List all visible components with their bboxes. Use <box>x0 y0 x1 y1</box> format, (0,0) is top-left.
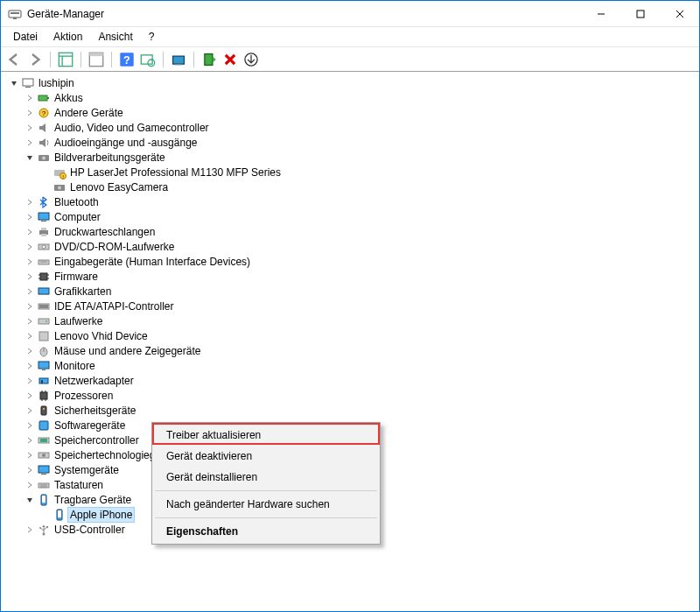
tree-label: HP LaserJet Professional M1130 MFP Serie… <box>70 165 281 179</box>
menu-help[interactable]: ? <box>142 29 162 45</box>
chevron-right-icon[interactable] <box>24 122 36 134</box>
menu-action[interactable]: Aktion <box>46 29 89 45</box>
camera-icon <box>37 151 51 165</box>
computer-icon <box>37 210 51 224</box>
chevron-right-icon[interactable] <box>24 404 36 417</box>
svg-rect-71 <box>40 439 47 442</box>
svg-rect-4 <box>637 11 644 18</box>
tree-category-cpu[interactable]: Prozessoren <box>6 388 694 403</box>
update-driver-button[interactable] <box>171 52 186 67</box>
svg-rect-58 <box>38 362 49 369</box>
tree-label: IDE ATA/ATAPI-Controller <box>54 299 173 313</box>
chevron-right-icon[interactable] <box>24 256 36 268</box>
chevron-right-icon[interactable] <box>24 345 36 357</box>
tree-category-network[interactable]: Netzwerkadapter <box>6 373 694 388</box>
tree-category-print-queues[interactable]: Druckwarteschlangen <box>6 224 694 239</box>
chevron-right-icon[interactable] <box>24 524 36 536</box>
scan-hardware-button[interactable] <box>140 52 156 67</box>
chevron-down-icon[interactable] <box>24 151 36 164</box>
chevron-right-icon[interactable] <box>24 285 36 298</box>
tree-root[interactable]: lushipin <box>6 75 694 90</box>
unknown-device-icon: ? <box>37 106 51 120</box>
chevron-blank <box>39 166 52 179</box>
chevron-right-icon[interactable] <box>24 241 36 253</box>
tree-category-security[interactable]: Sicherheitsgeräte <box>6 403 694 418</box>
chevron-right-icon[interactable] <box>24 464 36 476</box>
close-button[interactable] <box>660 1 699 26</box>
tree-category-ide[interactable]: IDE ATA/ATAPI-Controller <box>6 299 694 313</box>
tree-category-lenovo-vhid[interactable]: Lenovo Vhid Device <box>6 328 694 343</box>
tree-label: Audioeingänge und -ausgänge <box>54 136 197 150</box>
tree-category-imaging[interactable]: Bildverarbeitungsgeräte <box>6 150 694 165</box>
tree-category-drives[interactable]: Laufwerke <box>6 313 694 328</box>
tree-label: Grafikkarten <box>54 285 111 299</box>
tree-category-firmware[interactable]: Firmware <box>6 269 694 284</box>
svg-rect-82 <box>58 510 61 517</box>
chevron-right-icon[interactable] <box>24 137 36 149</box>
tree-label-selected: Apple iPhone <box>68 508 134 522</box>
chevron-right-icon[interactable] <box>24 107 36 119</box>
tree-category-bluetooth[interactable]: Bluetooth <box>6 194 694 209</box>
tree-category-other[interactable]: ? Andere Geräte <box>6 105 694 120</box>
chevron-right-icon[interactable] <box>24 390 36 402</box>
chevron-right-icon[interactable] <box>24 211 36 223</box>
portable-device-icon <box>37 493 51 507</box>
tree-label: Bildverarbeitungsgeräte <box>54 151 165 165</box>
svg-rect-22 <box>23 79 33 86</box>
chevron-right-icon[interactable] <box>24 360 36 372</box>
chevron-right-icon[interactable] <box>24 434 36 447</box>
chevron-right-icon[interactable] <box>24 196 36 208</box>
chevron-down-icon[interactable] <box>8 77 20 89</box>
svg-rect-59 <box>42 369 46 370</box>
chevron-right-icon[interactable] <box>24 330 36 342</box>
generic-device-icon <box>37 329 51 343</box>
maximize-button[interactable] <box>620 1 660 26</box>
chevron-right-icon[interactable] <box>24 271 36 283</box>
chevron-right-icon[interactable] <box>24 479 36 491</box>
context-separator <box>155 517 377 518</box>
svg-rect-80 <box>42 496 46 503</box>
svg-rect-52 <box>39 305 48 308</box>
chevron-right-icon[interactable] <box>24 315 36 327</box>
tree-category-audio-video[interactable]: Audio, Video und Gamecontroller <box>6 120 694 135</box>
properties-button[interactable] <box>88 52 104 67</box>
chevron-right-icon[interactable] <box>24 375 36 387</box>
chevron-right-icon[interactable] <box>24 300 36 313</box>
battery-icon <box>37 91 51 105</box>
help-button[interactable]: ? <box>119 52 135 67</box>
enable-device-button[interactable] <box>201 52 217 67</box>
tree-category-audio-io[interactable]: Audioeingänge und -ausgänge <box>6 135 694 150</box>
computer-root-icon <box>21 76 35 90</box>
tree-label: Monitore <box>54 359 95 373</box>
back-button[interactable] <box>6 52 22 67</box>
svg-rect-74 <box>38 466 49 473</box>
show-hide-tree-button[interactable] <box>58 52 74 67</box>
context-properties[interactable]: Eigenschaften <box>154 521 378 542</box>
tree-category-mice[interactable]: Mäuse und andere Zeigegeräte <box>6 343 694 358</box>
tree-item-hp-printer[interactable]: ! HP LaserJet Professional M1130 MFP Ser… <box>6 165 694 179</box>
chevron-right-icon[interactable] <box>24 449 36 461</box>
uninstall-device-button[interactable] <box>222 52 238 67</box>
context-disable-device[interactable]: Gerät deaktivieren <box>154 446 378 467</box>
chevron-right-icon[interactable] <box>24 419 36 432</box>
tree-category-dvd[interactable]: DVD/CD-ROM-Laufwerke <box>6 239 694 254</box>
tree-item-lenovo-cam[interactable]: Lenovo EasyCamera <box>6 179 694 194</box>
device-manager-icon <box>8 7 22 21</box>
tree-category-gpu[interactable]: Grafikkarten <box>6 284 694 299</box>
forward-button[interactable] <box>27 52 43 67</box>
tree-label: Laufwerke <box>54 314 102 328</box>
disable-device-button[interactable] <box>243 52 259 67</box>
context-update-driver[interactable]: Treiber aktualisieren <box>154 425 378 446</box>
context-uninstall-device[interactable]: Gerät deinstallieren <box>154 467 378 488</box>
tree-category-hid[interactable]: Eingabegeräte (Human Interface Devices) <box>6 254 694 269</box>
chevron-down-icon[interactable] <box>24 494 36 506</box>
chevron-right-icon[interactable] <box>24 92 36 104</box>
menu-file[interactable]: Datei <box>6 29 45 45</box>
chevron-right-icon[interactable] <box>24 226 36 238</box>
tree-category-akkus[interactable]: Akkus <box>6 90 694 105</box>
context-scan-hardware[interactable]: Nach geänderter Hardware suchen <box>154 494 378 515</box>
minimize-button[interactable] <box>581 1 620 26</box>
tree-category-computer[interactable]: Computer <box>6 209 694 224</box>
tree-category-monitors[interactable]: Monitore <box>6 358 694 373</box>
menu-view[interactable]: Ansicht <box>91 29 139 45</box>
